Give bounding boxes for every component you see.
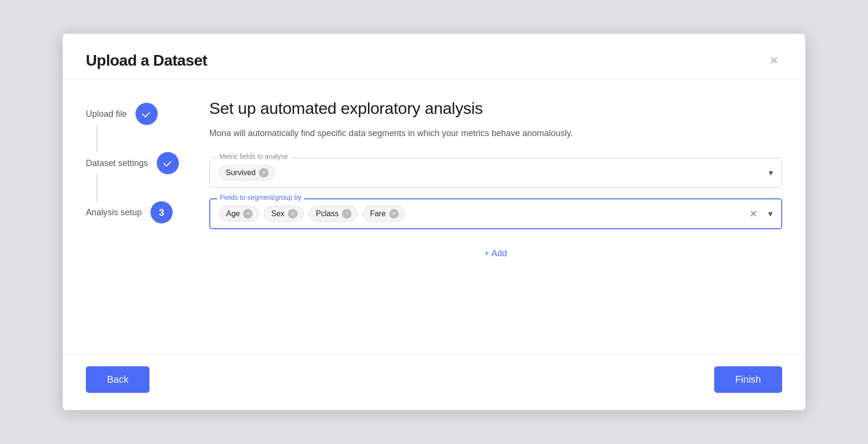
step-dataset-settings: Dataset settings [86, 152, 179, 174]
modal-body: Upload file Dataset settings Analysis se… [63, 80, 805, 354]
step-upload-file-circle [136, 103, 158, 125]
segment-tag-sex-label: Sex [271, 209, 285, 218]
close-button[interactable]: × [766, 51, 782, 69]
segment-tag-sex: Sex × [264, 206, 304, 222]
segment-field-wrapper: Fields to segment/group by Age × Sex × [209, 198, 782, 229]
step-analysis-setup-circle: 3 [150, 201, 173, 223]
metric-field-legend: Metric fields to analyse [217, 153, 291, 160]
segment-tag-age-label: Age [226, 209, 240, 218]
step-connector-1 [96, 125, 97, 152]
modal-title: Upload a Dataset [86, 52, 207, 69]
step-analysis-setup: Analysis setup 3 [86, 201, 173, 223]
metric-field-group: Metric fields to analyse Survived × ▾ [209, 158, 782, 188]
finish-button[interactable]: Finish [714, 366, 782, 393]
segment-field-group: Fields to segment/group by Age × Sex × [209, 198, 782, 229]
section-title: Set up automated exploratory analysis [209, 99, 782, 118]
step-upload-file-label: Upload file [86, 109, 127, 119]
section-desc: Mona will automatically find specific da… [209, 126, 643, 140]
modal: Upload a Dataset × Upload file Dataset s… [63, 34, 805, 410]
segment-tag-fare-label: Fare [370, 209, 386, 218]
back-button[interactable]: Back [86, 366, 149, 393]
segment-tag-sex-remove[interactable]: × [288, 209, 298, 219]
step-upload-file: Upload file [86, 103, 158, 125]
segment-tag-fare-remove[interactable]: × [389, 209, 399, 219]
metric-tags-row: Survived × [218, 165, 773, 180]
content-area: Set up automated exploratory analysis Mo… [192, 99, 782, 340]
step-analysis-setup-label: Analysis setup [86, 208, 142, 218]
modal-footer: Back Finish [63, 354, 805, 410]
step-dataset-settings-label: Dataset settings [86, 158, 148, 168]
step-connector-2 [96, 174, 97, 201]
metric-field-chevron[interactable]: ▾ [767, 166, 775, 179]
segment-field-legend: Fields to segment/group by [217, 194, 304, 201]
segment-field-clear[interactable]: ✕ [747, 207, 760, 221]
segment-tag-age-remove[interactable]: × [243, 209, 253, 219]
metric-tag-survived-remove[interactable]: × [259, 168, 269, 178]
segment-tag-fare: Fare × [363, 206, 405, 222]
segment-tag-pclass-label: Pclass [316, 209, 339, 218]
step-dataset-settings-circle [157, 152, 179, 174]
segment-tag-pclass: Pclass × [309, 206, 358, 222]
segment-field-chevron[interactable]: ▾ [766, 208, 774, 220]
segment-tag-pclass-remove[interactable]: × [342, 209, 352, 219]
segment-tag-age: Age × [219, 206, 259, 222]
modal-overlay: Upload a Dataset × Upload file Dataset s… [0, 0, 868, 444]
segment-field-actions: ✕ ▾ [747, 207, 774, 221]
stepper: Upload file Dataset settings Analysis se… [86, 99, 192, 340]
segment-tags-row: Age × Sex × Pclass × [219, 206, 773, 222]
modal-header: Upload a Dataset × [63, 34, 805, 80]
add-row-button[interactable]: + Add [209, 240, 782, 267]
metric-field-wrapper: Metric fields to analyse Survived × ▾ [209, 158, 782, 188]
metric-tag-survived: Survived × [218, 165, 275, 180]
metric-field-actions: ▾ [767, 166, 775, 179]
metric-tag-survived-label: Survived [226, 168, 256, 177]
